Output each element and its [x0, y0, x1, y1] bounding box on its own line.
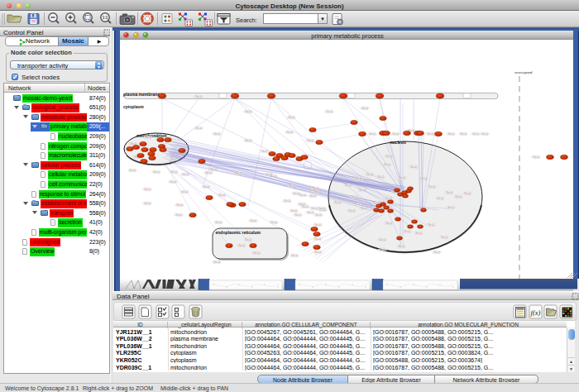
svg-text:nucleus: nucleus [390, 140, 406, 145]
svg-text:Xxx-a): Xxx-a) [213, 261, 220, 264]
svg-text:Xxx-a): Xxx-a) [245, 139, 251, 142]
svg-text:Xxx-a): Xxx-a) [203, 185, 209, 189]
svg-text:Xxx-a): Xxx-a) [311, 207, 318, 210]
svg-text:Xxx-a): Xxx-a) [384, 163, 390, 166]
svg-text:Xxx-a): Xxx-a) [314, 251, 321, 254]
svg-text:Xxx-a): Xxx-a) [307, 139, 313, 142]
svg-text:Xxx-a): Xxx-a) [205, 171, 212, 174]
svg-text:Xxx-a): Xxx-a) [145, 136, 151, 139]
svg-text:Xxx-a): Xxx-a) [334, 201, 341, 204]
svg-text:Xxx-a): Xxx-a) [314, 190, 321, 194]
svg-text:Xxx-a): Xxx-a) [433, 251, 440, 254]
svg-text:Xxx-a): Xxx-a) [361, 207, 367, 210]
svg-text:primary metabolic process: primary metabolic process [311, 32, 384, 40]
svg-text:f(x): f(x) [531, 308, 541, 317]
svg-text:Xxx-a): Xxx-a) [270, 221, 277, 224]
svg-text:Xxx-a): Xxx-a) [250, 219, 256, 222]
svg-text:Xxx-a): Xxx-a) [415, 232, 422, 235]
svg-text:Xxx-a): Xxx-a) [326, 110, 333, 113]
svg-text:Xxx-a): Xxx-a) [293, 192, 299, 195]
svg-text:endoplasmic reticulum: endoplasmic reticulum [216, 230, 261, 235]
svg-text:Xxx-a): Xxx-a) [398, 245, 404, 248]
svg-text:Xxx-a): Xxx-a) [253, 251, 260, 255]
svg-text:plasma membrane: plasma membrane [123, 92, 160, 97]
svg-text:Xxx-a): Xxx-a) [288, 116, 294, 119]
svg-text:Xxx-a): Xxx-a) [399, 176, 405, 179]
svg-text:Xxx-a): Xxx-a) [420, 177, 427, 180]
svg-text:Xxx-a): Xxx-a) [235, 172, 242, 175]
svg-text:Xxx-a): Xxx-a) [533, 155, 539, 159]
svg-text:Xxx-a): Xxx-a) [238, 244, 245, 247]
svg-text:Xxx-a): Xxx-a) [446, 191, 452, 194]
svg-text:Xxx-a): Xxx-a) [195, 95, 202, 98]
svg-text:Xxx-a): Xxx-a) [144, 188, 151, 191]
svg-text:Xxx-a): Xxx-a) [314, 223, 321, 227]
svg-text:cytoplasm: cytoplasm [123, 104, 144, 109]
svg-text:Xxx-a): Xxx-a) [309, 194, 316, 198]
svg-text:Xxx-a): Xxx-a) [195, 127, 202, 130]
svg-text:Xxx-a): Xxx-a) [428, 185, 435, 189]
svg-text:Xxx-a): Xxx-a) [270, 174, 276, 178]
svg-text:Xxx-a): Xxx-a) [144, 202, 151, 205]
svg-text:Xxx-a): Xxx-a) [318, 207, 325, 210]
svg-text:Xxx-a): Xxx-a) [385, 197, 392, 200]
svg-text:Xxx-a): Xxx-a) [351, 195, 357, 198]
svg-text:Xxx-a): Xxx-a) [404, 230, 410, 233]
svg-text:Xxx-a): Xxx-a) [170, 180, 176, 184]
svg-text:Xxx-a): Xxx-a) [455, 195, 462, 198]
svg-text:Xxx-a): Xxx-a) [284, 199, 290, 203]
svg-text:Xxx-a): Xxx-a) [153, 170, 160, 174]
svg-text:Xxx-a): Xxx-a) [314, 237, 321, 241]
svg-text:Xxx-a): Xxx-a) [385, 155, 392, 158]
svg-text:Xxx-a): Xxx-a) [129, 169, 136, 172]
svg-text:Xxx-a): Xxx-a) [427, 132, 433, 136]
svg-text:Xxx-a): Xxx-a) [175, 213, 182, 217]
svg-text:Xxx-a): Xxx-a) [410, 165, 417, 169]
svg-text:Xxx-a): Xxx-a) [170, 170, 177, 174]
svg-text:Xxx-a): Xxx-a) [245, 238, 251, 241]
svg-text:Xxx-a): Xxx-a) [215, 221, 222, 224]
svg-text:Xxx-a): Xxx-a) [182, 173, 189, 176]
svg-text:Xxx-a): Xxx-a) [286, 131, 293, 134]
svg-text:Xxx-a): Xxx-a) [369, 132, 376, 136]
svg-text:Xxx-a): Xxx-a) [345, 184, 352, 187]
svg-text:Xxx-a): Xxx-a) [218, 194, 225, 197]
svg-text:Xxx-a): Xxx-a) [460, 132, 467, 136]
svg-text:1:1: 1:1 [103, 16, 108, 20]
svg-text:unassigned: unassigned [514, 70, 533, 74]
svg-text:Xxx-a): Xxx-a) [361, 107, 368, 110]
svg-text:Xxx-a): Xxx-a) [354, 203, 361, 206]
svg-text:Xxx-a): Xxx-a) [359, 189, 366, 192]
svg-text:Xxx-a): Xxx-a) [289, 184, 295, 188]
svg-text:Xxx-a): Xxx-a) [170, 158, 177, 161]
svg-text:Xxx-a): Xxx-a) [307, 211, 313, 214]
svg-text:Xxx-a): Xxx-a) [377, 175, 384, 179]
svg-text:Xxx-a): Xxx-a) [447, 206, 454, 209]
svg-text:Xxx-a): Xxx-a) [447, 132, 454, 136]
svg-text:Xxx-a): Xxx-a) [472, 132, 479, 136]
svg-text:Xxx-a): Xxx-a) [181, 190, 188, 194]
svg-text:Xxx-a): Xxx-a) [392, 132, 399, 136]
svg-text:Xxx-a): Xxx-a) [366, 173, 373, 176]
svg-text:Xxx-a): Xxx-a) [290, 209, 297, 213]
svg-text:Xxx-a): Xxx-a) [294, 213, 301, 217]
svg-text:Xxx-a): Xxx-a) [379, 248, 385, 251]
svg-text:Xxx-a): Xxx-a) [464, 192, 471, 195]
svg-text:Xxx-a): Xxx-a) [355, 177, 361, 180]
svg-text:Xxx-a): Xxx-a) [385, 222, 392, 225]
svg-text:Xxx-a): Xxx-a) [291, 254, 298, 257]
svg-text:Xxx-a): Xxx-a) [437, 197, 443, 200]
svg-text:Xxx-a): Xxx-a) [441, 236, 447, 239]
svg-text:Xxx-a): Xxx-a) [210, 168, 217, 171]
svg-text:Xxx-a): Xxx-a) [245, 110, 251, 113]
svg-text:Xxx-a): Xxx-a) [348, 209, 355, 213]
svg-text:Xxx-a): Xxx-a) [379, 238, 385, 241]
svg-text:Xxx-a): Xxx-a) [176, 203, 183, 207]
svg-text:Xxx-a): Xxx-a) [428, 223, 434, 227]
svg-text:Xxx-a): Xxx-a) [213, 132, 220, 136]
svg-text:Xxx-a): Xxx-a) [315, 213, 322, 217]
svg-text:Xxx-a): Xxx-a) [481, 132, 488, 136]
svg-text:Xxx-a): Xxx-a) [261, 150, 268, 153]
svg-text:Xxx-a): Xxx-a) [302, 205, 309, 208]
